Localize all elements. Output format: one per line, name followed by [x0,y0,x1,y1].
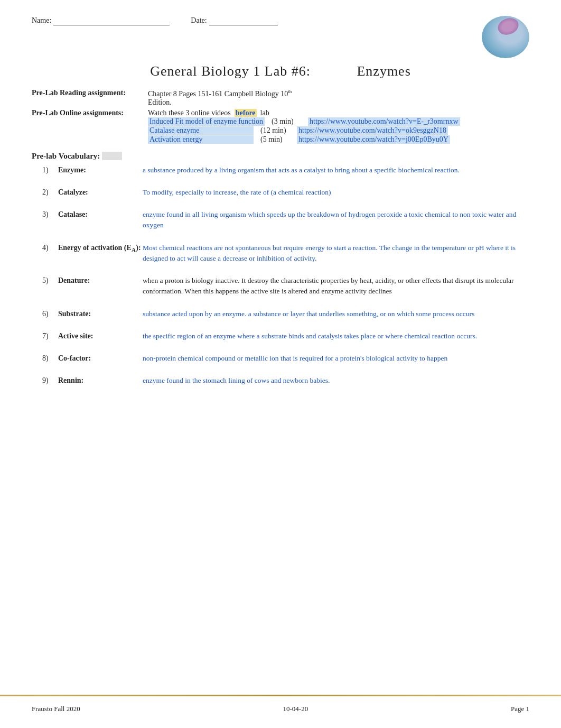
prelab-reading-label: Pre-Lab Reading assignment: [32,89,148,97]
prelab-online-label: Pre-Lab Online assignments: [32,109,148,117]
vocab-term-1: Enzyme: [58,165,143,174]
vocab-def-6: substance acted upon by an enzyme. a sub… [143,309,529,319]
vocab-item-7: 7) Active site: the specific region of a… [42,331,529,342]
vocab-term-8: Co-factor: [58,353,143,363]
vocab-header: Pre-lab Vocabulary: [32,152,529,161]
footer-text: Frausto Fall 2020 10-04-20 Page 1 [0,705,561,713]
vocab-term-7: Active site: [58,331,143,340]
vocab-term-3: Catalase: [58,209,143,219]
vocab-item-1: 1) Enzyme: a substance produced by a liv… [42,165,529,176]
video-2-link[interactable]: https://www.youtube.com/watch?v=ok9esggz… [297,126,448,135]
vocab-num-2: 2) [42,187,58,197]
header-image [482,16,529,58]
vocab-item-4: 4) Energy of activation (EA): Most chemi… [42,243,529,264]
vocab-def-5: when a proton is biology inactive. It de… [143,275,529,297]
vocab-num-3: 3) [42,209,58,219]
video-3-duration: (5 min) [257,135,294,144]
name-underline[interactable] [53,16,170,25]
name-field: Name: [32,16,170,25]
vocab-def-8: non-protein chemical compound or metalli… [143,353,529,364]
vocab-num-9: 9) [42,375,58,385]
date-field: Date: [191,16,277,25]
name-label: Name: [32,16,51,25]
video-row-2: Catalase enzyme (12 min) https://www.you… [148,126,529,135]
footer-left: Frausto Fall 2020 [32,705,80,713]
video-1-link[interactable]: https://www.youtube.com/watch?v=E-_r3omr… [308,117,460,126]
video-3-link[interactable]: https://www.youtube.com/watch?v=j00Ep0By… [297,135,450,144]
vocab-item-8: 8) Co-factor: non-protein chemical compo… [42,353,529,364]
vocab-def-1: a substance produced by a living organis… [143,165,529,176]
vocab-num-5: 5) [42,275,58,285]
online-intro: Watch these 3 online videos before lab [148,109,269,117]
prelab-reading-content: Chapter 8 Pages 151-161 Campbell Biology… [148,89,529,107]
vocab-item-9: 9) Rennin: enzyme found in the stomach l… [42,375,529,386]
video-row-3: Activation energy (5 min) https://www.yo… [148,135,529,144]
date-underline[interactable] [209,16,278,25]
vocab-num-8: 8) [42,353,58,363]
vocab-def-4: Most chemical reactions are not spontane… [143,243,529,264]
vocab-item-3: 3) Catalase: enzyme found in all living … [42,209,529,231]
vocab-term-6: Substrate: [58,309,143,318]
prelab-reading-section: Pre-Lab Reading assignment: Chapter 8 Pa… [32,89,529,107]
vocab-term-4: Energy of activation (EA): [58,243,143,254]
vocab-item-6: 6) Substrate: substance acted upon by an… [42,309,529,319]
before-label: before [235,109,257,117]
vocab-def-2: To modify, especially to increase, the r… [143,187,529,198]
prelab-online-row: Pre-Lab Online assignments: Watch these … [32,109,529,144]
vocab-num-1: 1) [42,165,58,174]
vocab-term-2: Catalyze: [58,187,143,197]
prelab-online-section: Pre-Lab Online assignments: Watch these … [32,109,529,144]
vocab-term-9: Rennin: [58,375,143,385]
vocab-def-3: enzyme found in all living organism whic… [143,209,529,231]
header-row: Name: Date: [32,16,529,58]
vocab-item-5: 5) Denature: when a proton is biology in… [42,275,529,297]
title-enzymes: Enzymes [357,63,410,79]
video-row-1: Induced Fit model of enzyme function (3 … [148,117,529,126]
prelab-reading-row: Pre-Lab Reading assignment: Chapter 8 Pa… [32,89,529,107]
main-title: General Biology 1 Lab #6: Enzymes [32,63,529,79]
vocab-list: 1) Enzyme: a substance produced by a liv… [42,165,529,386]
name-date-row: Name: Date: [32,16,482,25]
date-label: Date: [191,16,207,25]
footer-bar [0,695,561,696]
video-2-duration: (12 min) [257,126,294,135]
vocab-highlight [102,152,122,160]
vocab-term-5: Denature: [58,275,143,285]
vocab-num-6: 6) [42,309,58,318]
vocab-item-2: 2) Catalyze: To modify, especially to in… [42,187,529,198]
footer-center: 10-04-20 [283,705,308,713]
video-2-title: Catalase enzyme [148,126,254,135]
vocab-num-7: 7) [42,331,58,340]
vocab-def-7: the specific region of an enzyme where a… [143,331,529,342]
title-lab: General Biology 1 Lab #6: [150,63,311,79]
footer-right: Page 1 [511,705,529,713]
vocab-def-9: enzyme found in the stomach lining of co… [143,375,529,386]
page: Name: Date: General Biology 1 Lab #6: En… [0,0,561,728]
video-1-duration: (3 min) [268,117,305,126]
prelab-online-content: Watch these 3 online videos before lab I… [148,109,529,144]
vocab-num-4: 4) [42,243,58,252]
video-3-title: Activation energy [148,135,254,144]
video-1-title: Induced Fit model of enzyme function [148,117,265,126]
